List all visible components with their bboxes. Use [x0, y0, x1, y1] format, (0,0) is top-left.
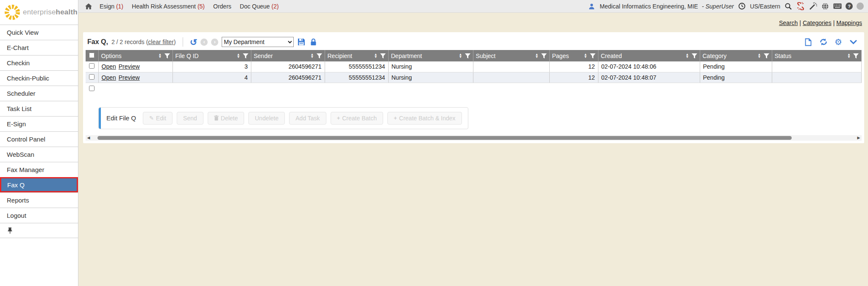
edit-button-label: Edit	[156, 115, 166, 122]
sort-icon[interactable]: ▲▼	[459, 53, 462, 58]
add-task-button[interactable]: Add Task	[289, 112, 326, 125]
sort-icon[interactable]: ▲▼	[237, 53, 240, 58]
edit-button[interactable]: ✎Edit	[143, 112, 172, 125]
header-recipient[interactable]: Recipient▲▼	[325, 50, 388, 61]
header-department[interactable]: Department▲▼	[388, 50, 473, 61]
nav-esign-label: Esign	[100, 3, 114, 10]
open-link[interactable]: Open	[102, 63, 116, 70]
sort-icon[interactable]: ▲▼	[847, 53, 851, 58]
save-icon[interactable]	[297, 38, 306, 46]
filter-funnel-icon[interactable]	[164, 53, 170, 58]
filter-funnel-icon[interactable]	[380, 53, 386, 58]
pin-icon[interactable]	[7, 227, 13, 234]
create-batch-button[interactable]: +Create Batch	[331, 112, 383, 125]
gear-icon[interactable]: ⚙	[835, 38, 842, 46]
toolbar-divider	[183, 37, 183, 47]
open-link[interactable]: Open	[102, 74, 116, 81]
undelete-button[interactable]: Undelete	[248, 112, 285, 125]
row-checkbox[interactable]	[89, 74, 95, 80]
home-icon[interactable]	[84, 2, 93, 11]
nav-esign[interactable]: Esign (1)	[100, 3, 123, 10]
sidebar-item-logout[interactable]: Logout	[0, 208, 78, 223]
refresh-icon[interactable]	[819, 38, 828, 46]
sidebar-item-reports[interactable]: Reports	[0, 192, 78, 208]
globe-icon[interactable]	[821, 2, 829, 11]
horizontal-scrollbar[interactable]: ◀ ▶	[86, 135, 862, 141]
chevron-down-icon[interactable]	[849, 38, 857, 46]
create-batch-index-button[interactable]: +Create Batch & Index	[387, 112, 462, 125]
send-button[interactable]: Send	[177, 112, 203, 125]
filter-funnel-icon[interactable]	[317, 53, 322, 58]
sidebar-item-e-sign[interactable]: E-Sign	[0, 116, 78, 131]
header-category[interactable]: Category▲▼	[700, 50, 772, 61]
header-subject[interactable]: Subject▲▼	[473, 50, 549, 61]
keyboard-icon[interactable]	[833, 2, 842, 11]
help-icon[interactable]: ?	[846, 3, 853, 10]
filter-funnel-icon[interactable]	[243, 53, 248, 58]
filter-funnel-icon[interactable]	[853, 53, 859, 58]
mappings-link[interactable]: Mappings	[836, 19, 862, 26]
sidebar-item-fax-q[interactable]: Fax Q	[0, 177, 78, 192]
prev-page-icon[interactable]: ‹	[200, 39, 208, 46]
lock-icon[interactable]	[309, 38, 317, 46]
nav-doc-queue[interactable]: Doc Queue (2)	[240, 3, 279, 10]
broken-link-icon[interactable]	[796, 2, 805, 11]
header-pages[interactable]: Pages▲▼	[549, 50, 598, 61]
sidebar-item-checkin[interactable]: Checkin	[0, 55, 78, 70]
new-document-icon[interactable]	[804, 38, 812, 46]
sidebar-item-scheduler[interactable]: Scheduler	[0, 86, 78, 101]
scroll-right-icon[interactable]: ▶	[856, 135, 862, 141]
scrollbar-thumb[interactable]	[97, 136, 792, 140]
filter-funnel-icon[interactable]	[764, 53, 769, 58]
clear-filter-link[interactable]: clear filter	[148, 39, 174, 45]
sort-icon[interactable]: ▲▼	[686, 53, 689, 58]
header-file-q-id-label: File Q ID	[175, 53, 199, 59]
sort-icon[interactable]: ▲▼	[311, 53, 314, 58]
filter-funnel-icon[interactable]	[541, 53, 547, 58]
preview-link[interactable]: Preview	[119, 74, 140, 81]
next-page-icon[interactable]: ›	[211, 39, 218, 46]
scroll-left-icon[interactable]: ◀	[86, 135, 92, 141]
header-sender-label: Sender	[254, 53, 273, 59]
clock-icon[interactable]	[737, 2, 746, 11]
nav-health-risk-assessment[interactable]: Health Risk Assessment (5)	[132, 3, 205, 10]
delete-button[interactable]: Delete	[208, 112, 244, 125]
categories-link[interactable]: Categories	[803, 19, 832, 26]
preview-link[interactable]: Preview	[119, 63, 140, 70]
sort-icon[interactable]: ▲▼	[535, 53, 539, 58]
wand-icon[interactable]	[809, 2, 817, 11]
record-count-text: 2 / 2 records	[111, 39, 145, 45]
sidebar-item-e-chart[interactable]: E-Chart	[0, 40, 78, 55]
header-created[interactable]: Created▲▼	[598, 50, 700, 61]
department-select[interactable]: My Department	[222, 37, 294, 47]
brand-bold: health	[56, 8, 78, 16]
new-row-checkbox[interactable]	[89, 86, 95, 91]
table-header-row: Options▲▼ File Q ID▲▼ Sender▲▼ Recipient…	[86, 50, 862, 61]
sidebar-item-control-panel[interactable]: Control Panel	[0, 131, 78, 147]
sort-icon[interactable]: ▲▼	[758, 53, 761, 58]
header-options[interactable]: Options▲▼	[98, 50, 172, 61]
nav-orders[interactable]: Orders	[213, 3, 231, 10]
header-sender[interactable]: Sender▲▼	[251, 50, 325, 61]
sort-icon[interactable]: ▲▼	[374, 53, 378, 58]
topbar-right: Medical Informatics Engineering, MIE - S…	[587, 2, 864, 11]
avatar[interactable]	[857, 3, 864, 10]
header-file-q-id[interactable]: File Q ID▲▼	[172, 50, 251, 61]
sidebar-item-quick-view[interactable]: Quick View	[0, 25, 78, 40]
header-status[interactable]: Status▲▼	[772, 50, 862, 61]
filter-funnel-icon[interactable]	[692, 53, 697, 58]
sidebar-item-webscan[interactable]: WebScan	[0, 147, 78, 162]
select-all-checkbox[interactable]	[89, 53, 95, 58]
fax-q-panel: Fax Q, 2 / 2 records (clear filter) ↺ ‹ …	[83, 32, 864, 143]
filter-funnel-icon[interactable]	[590, 53, 595, 58]
sort-icon[interactable]: ▲▼	[159, 53, 162, 58]
sidebar-item-fax-manager[interactable]: Fax Manager	[0, 162, 78, 177]
undo-refresh-icon[interactable]: ↺	[190, 38, 198, 47]
row-checkbox[interactable]	[89, 63, 95, 69]
filter-funnel-icon[interactable]	[465, 53, 470, 58]
sort-icon[interactable]: ▲▼	[584, 53, 587, 58]
sidebar-item-checkin-public[interactable]: Checkin-Public	[0, 70, 78, 86]
search-link[interactable]: Search	[779, 19, 798, 26]
search-icon[interactable]	[784, 2, 793, 11]
sidebar-item-task-list[interactable]: Task List	[0, 101, 78, 116]
